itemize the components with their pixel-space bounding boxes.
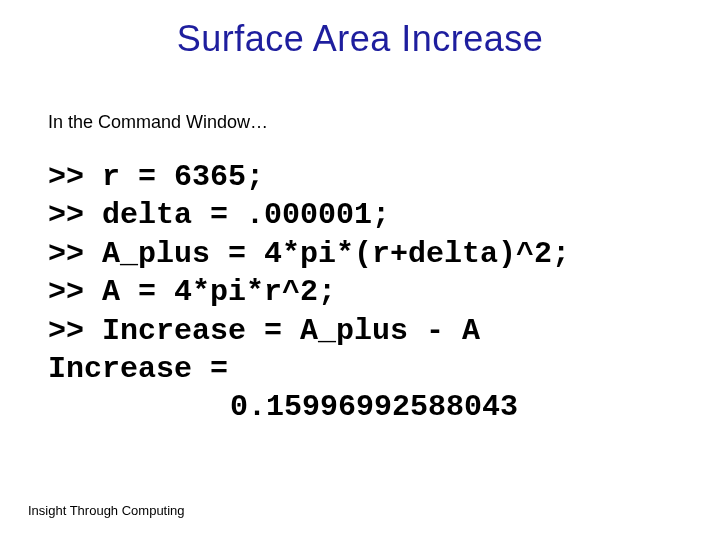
code-line: >> A = 4*pi*r^2;: [48, 275, 336, 309]
code-line: >> A_plus = 4*pi*(r+delta)^2;: [48, 237, 570, 271]
code-line: >> r = 6365;: [48, 160, 264, 194]
slide: Surface Area Increase In the Command Win…: [0, 0, 720, 540]
slide-subtitle: In the Command Window…: [48, 112, 268, 133]
code-block: >> r = 6365; >> delta = .000001; >> A_pl…: [48, 158, 570, 427]
slide-title: Surface Area Increase: [0, 18, 720, 60]
code-line: >> delta = .000001;: [48, 198, 390, 232]
code-line: >> Increase = A_plus - A: [48, 314, 480, 348]
slide-footer: Insight Through Computing: [28, 503, 185, 518]
code-line: Increase =: [48, 352, 228, 386]
code-result: 0.15996992588043: [48, 390, 518, 424]
